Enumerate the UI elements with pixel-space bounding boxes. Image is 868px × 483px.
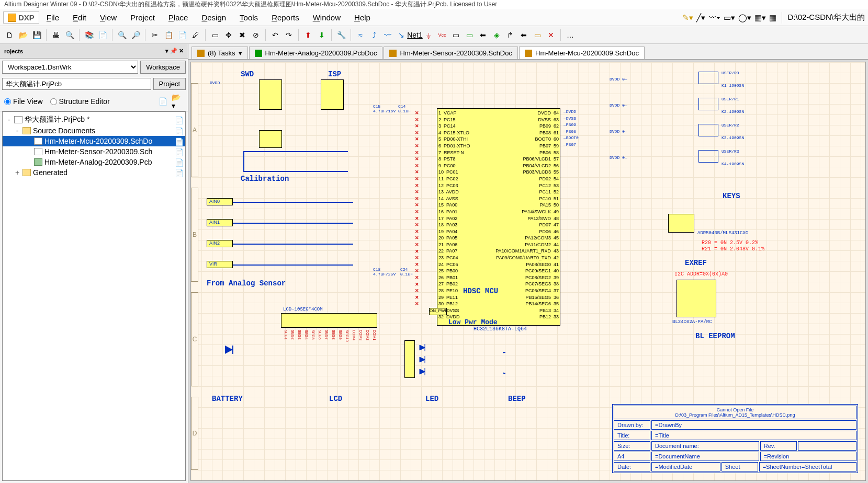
- dvdd-net: DVDD: [210, 80, 220, 85]
- browse-icon[interactable]: 🔧: [335, 29, 347, 41]
- part-icon[interactable]: ▭: [449, 29, 462, 41]
- key-row: DVDD ⊙— USER/R1 K2-1909SN: [610, 96, 756, 118]
- gnd-icon[interactable]: ⏚: [422, 29, 435, 41]
- open-icon[interactable]: 📂: [17, 29, 29, 41]
- diode-symbol: [222, 344, 243, 356]
- menu-place[interactable]: Place: [162, 11, 195, 24]
- print-icon[interactable]: 🖶: [50, 29, 62, 41]
- eeprom-part: BL24C02A-PA/RC: [672, 319, 712, 325]
- tree-item[interactable]: Hm-Meter-Sensor-20200309.Sch📄: [3, 146, 185, 157]
- port-AIN0: AIN0: [207, 198, 233, 205]
- document-tab[interactable]: Hm-Meter-Sensor-20200309.SchDoc: [384, 47, 518, 59]
- preview-icon[interactable]: 🔍: [63, 29, 76, 41]
- eeprom-addr: I2C ADDR=0X(0x)A0: [674, 271, 728, 277]
- paste-icon[interactable]: 📄: [176, 29, 188, 41]
- document-tab[interactable]: (8) Tasks ▾: [191, 47, 248, 59]
- lib-icon[interactable]: 📚: [83, 29, 95, 41]
- new-icon[interactable]: 🗋: [3, 29, 16, 41]
- wire-icon[interactable]: ≈: [354, 29, 367, 41]
- menu-edit[interactable]: Edit: [66, 11, 93, 24]
- structure-editor-radio[interactable]: Structure Editor: [50, 95, 110, 108]
- box-icon[interactable]: ▭: [531, 29, 544, 41]
- sheet-sym-icon[interactable]: ▭: [463, 29, 476, 41]
- hier-up-icon[interactable]: ⬆: [302, 29, 314, 41]
- dxp-menu[interactable]: DXP: [3, 12, 39, 24]
- keys-label: KEYS: [723, 192, 740, 200]
- grid2-icon[interactable]: ▦: [769, 13, 776, 22]
- port-VIR: VIR: [207, 261, 233, 268]
- tree-item[interactable]: Hm-Meter-Mcu-20200309.SchDo📄: [3, 136, 185, 146]
- save-icon[interactable]: 💾: [30, 29, 43, 41]
- menu-window[interactable]: Window: [307, 11, 347, 24]
- tree-item[interactable]: Hm-Meter-Analog-20200309.Pcb📄: [3, 157, 185, 167]
- harness-icon[interactable]: ◈: [490, 29, 503, 41]
- move-icon[interactable]: ✥: [222, 29, 235, 41]
- port2-icon[interactable]: ⬅: [517, 29, 530, 41]
- sensor-label: From Analog Sensor: [207, 279, 286, 288]
- project-field[interactable]: [2, 78, 151, 90]
- project-button[interactable]: Project: [153, 78, 186, 90]
- busent-icon[interactable]: ↘: [395, 29, 408, 41]
- lcd-chip: [281, 313, 377, 328]
- curve-icon[interactable]: 〰▾: [708, 13, 720, 22]
- isp-header: [321, 79, 344, 110]
- circle-icon[interactable]: ◯▾: [738, 13, 751, 22]
- more-icon[interactable]: …: [564, 29, 577, 41]
- mcu-chip: 1 VCAP2 PC153 PC144 PC15-XTLO5 PD00-XTHI…: [437, 108, 560, 326]
- rect-icon[interactable]: ▭▾: [724, 13, 735, 22]
- copy-icon[interactable]: 📋: [162, 29, 175, 41]
- document-tab[interactable]: Hm-Meter-Mcu-20200309.SchDoc: [519, 47, 645, 59]
- schematic-canvas[interactable]: A B C D SWD DVDD ISP Calibration From An…: [190, 62, 866, 481]
- tree-item[interactable]: +Generated📄: [3, 167, 185, 178]
- tree-btn2-icon[interactable]: 📂▾: [171, 95, 184, 108]
- sheet-icon[interactable]: 📄: [96, 29, 109, 41]
- bus-icon[interactable]: ⤴: [368, 29, 380, 41]
- panel-dropdown-icon[interactable]: ▾ 📌 ✕: [165, 48, 184, 54]
- redo-icon[interactable]: ↷: [283, 29, 295, 41]
- menu-reports[interactable]: Reports: [265, 11, 306, 24]
- tree-item[interactable]: -Source Documents📄: [3, 125, 185, 136]
- beep-label: BEEP: [508, 395, 526, 403]
- pencil-icon[interactable]: ✎▾: [682, 13, 693, 22]
- svg-marker-6: [420, 369, 425, 374]
- cut-icon[interactable]: ✂: [149, 29, 161, 41]
- menu-tools[interactable]: Tools: [233, 11, 264, 24]
- panel-title-bar: rojects ▾ 📌 ✕: [0, 44, 188, 59]
- menu-file[interactable]: File: [40, 11, 65, 24]
- zoom2-icon[interactable]: 🔎: [129, 29, 142, 41]
- workspace-select[interactable]: Workspace1.DsnWrk: [2, 61, 138, 74]
- dxp-icon: [8, 14, 16, 22]
- grid-icon[interactable]: ▦▾: [754, 13, 766, 22]
- document-tab[interactable]: Hm-Meter-Analog-20200309.PcbDoc: [249, 47, 383, 59]
- netlbl-icon[interactable]: Net1: [409, 29, 421, 41]
- clear-icon[interactable]: ⊘: [250, 29, 262, 41]
- menu-design[interactable]: Design: [195, 11, 232, 24]
- hier-dn-icon[interactable]: ⬇: [315, 29, 328, 41]
- port-icon[interactable]: ⬅: [477, 29, 489, 41]
- mcu-label: HDSC MCU: [463, 287, 498, 295]
- undo-icon[interactable]: ↶: [269, 29, 281, 41]
- noerc-icon[interactable]: ✕: [545, 29, 557, 41]
- bus2-icon[interactable]: 〰: [381, 29, 394, 41]
- harness2-icon[interactable]: ↱: [504, 29, 516, 41]
- file-view-radio[interactable]: File View: [4, 95, 43, 108]
- lowpwr-label: Low Pwr Mode: [448, 318, 498, 326]
- desel-icon[interactable]: ✖: [236, 29, 249, 41]
- menu-project[interactable]: Project: [124, 11, 161, 24]
- project-tree[interactable]: -华大额温计.PrjPcb *📄-Source Documents📄Hm-Met…: [2, 111, 186, 481]
- vcc-icon[interactable]: Vcc: [436, 29, 448, 41]
- menu-view[interactable]: View: [94, 11, 123, 24]
- svg-marker-4: [420, 357, 425, 362]
- exref-note2: R21 = 0N 2.048V 0.1%: [702, 246, 764, 252]
- editor-area: (8) Tasks ▾Hm-Meter-Analog-20200309.PcbD…: [188, 44, 868, 483]
- tree-btn1-icon[interactable]: 📄: [156, 95, 169, 108]
- workspace-button[interactable]: Workspace: [140, 61, 186, 74]
- zoom-icon[interactable]: 🔍: [116, 29, 128, 41]
- battery-label: BATTERY: [212, 395, 243, 403]
- stamp-icon[interactable]: 🖊: [189, 29, 202, 41]
- menu-help[interactable]: Help: [348, 11, 377, 24]
- tree-item[interactable]: -华大额温计.PrjPcb *📄: [3, 114, 185, 125]
- line-icon[interactable]: ╱▾: [696, 13, 705, 22]
- select-icon[interactable]: ▭: [209, 29, 221, 41]
- exref-part: ADR5040B/MLE431CXG: [697, 231, 748, 236]
